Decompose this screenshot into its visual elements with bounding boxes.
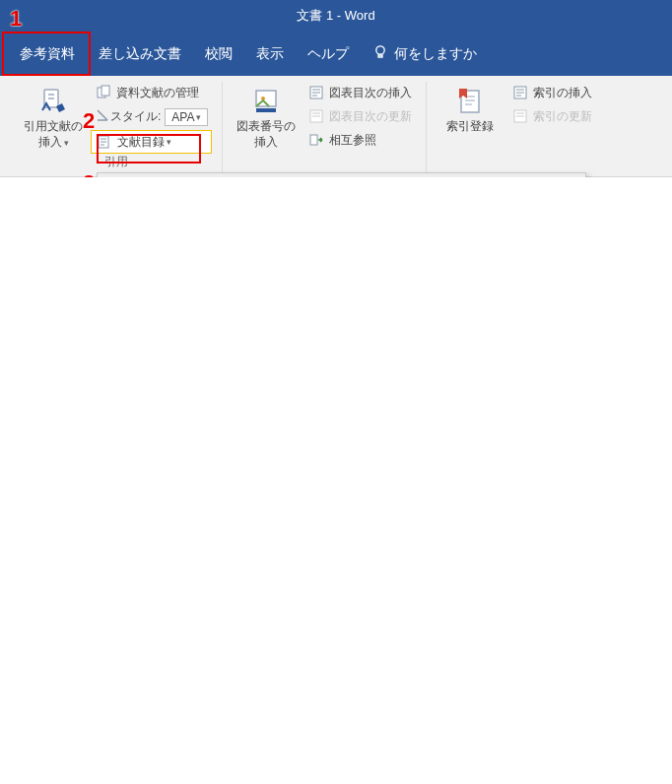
insert-caption-label2: 挿入 [254,135,278,151]
manage-sources-button[interactable]: 資料文献の管理 [91,82,212,103]
title-bar: 文書 1 - Word [0,0,672,32]
group-citations: 引用文献の 挿入▾ 資料文献の管理 スタイル: APA▾ 文献目録 ▾ [10,82,223,174]
insert-index-label: 索引の挿入 [533,85,592,101]
group-index: 索引登録 索引の挿入 索引の更新 [427,82,606,174]
mark-entry-button[interactable]: 索引登録 [437,82,504,139]
chevron-down-icon: ▾ [196,112,201,122]
manage-icon [95,84,112,101]
cross-reference-label: 相互参照 [329,132,376,149]
tell-me-label: 何をしますか [394,45,477,63]
gallery-builtin-header: 組み込み [98,173,585,177]
bibliography-button[interactable]: 文献目録 ▾ [91,130,212,154]
insert-caption-button[interactable]: 図表番号の 挿入 [233,82,300,154]
svg-rect-3 [101,86,109,96]
insert-index-button[interactable]: 索引の挿入 [507,82,596,103]
style-label: スタイル: [110,108,161,125]
tell-me[interactable]: 何をしますか [361,34,489,73]
citation-icon [37,86,69,117]
insert-tof-label: 図表目次の挿入 [329,85,412,101]
tab-review[interactable]: 校閲 [193,35,244,73]
mark-entry-label: 索引登録 [446,119,494,135]
caption-icon [250,86,282,117]
tof-icon [307,84,325,101]
tab-references[interactable]: 参考資料 [8,35,87,73]
insert-citation-label2: 挿入▾ [38,135,69,151]
annotation-number-1: 1 [10,6,22,32]
chevron-down-icon: ▾ [64,138,69,148]
style-icon [95,107,110,126]
update-tof-label: 図表目次の更新 [329,108,412,125]
manage-sources-label: 資料文献の管理 [116,85,199,101]
index-icon [511,84,529,101]
bibliography-label: 文献目録 [117,134,165,151]
crossref-icon [307,131,325,149]
ribbon-tabstrip: 参考資料 差し込み文書 校閲 表示 ヘルプ 何をしますか [0,32,672,76]
update-index-button: 索引の更新 [507,105,596,127]
insert-caption-label1: 図表番号の [236,119,296,135]
window-title: 文書 1 - Word [297,7,374,25]
lightbulb-icon [372,44,394,63]
group-captions: 図表番号の 挿入 図表目次の挿入 図表目次の更新 相互参照 [223,82,427,174]
tab-help[interactable]: ヘルプ [296,35,361,73]
mark-entry-icon [454,86,486,117]
bibliography-gallery: 組み込み 引用文献 引用文献 安田永智. (2003). 引用文献と参考資料. … [97,172,586,177]
insert-citation-button[interactable]: 引用文献の 挿入▾ [20,82,87,154]
insert-citation-label1: 引用文献の [24,119,83,135]
style-select[interactable]: APA▾ [165,108,208,126]
citation-style-row: スタイル: APA▾ [91,105,212,128]
annotation-number-3: 3 [83,170,95,177]
svg-point-0 [376,46,384,54]
update-index-icon [511,107,529,125]
ribbon: 引用文献の 挿入▾ 資料文献の管理 スタイル: APA▾ 文献目録 ▾ [0,76,672,177]
update-tof-button: 図表目次の更新 [303,105,416,127]
bibliography-icon [96,133,113,151]
update-index-label: 索引の更新 [533,108,592,125]
cross-reference-button[interactable]: 相互参照 [303,129,416,151]
svg-rect-7 [256,108,276,112]
chevron-down-icon: ▾ [167,137,171,147]
svg-rect-10 [310,135,317,145]
insert-tof-button[interactable]: 図表目次の挿入 [303,82,416,103]
annotation-number-2: 2 [83,108,95,134]
tab-view[interactable]: 表示 [244,35,296,73]
tab-mailings[interactable]: 差し込み文書 [87,35,193,73]
update-icon [307,107,325,125]
